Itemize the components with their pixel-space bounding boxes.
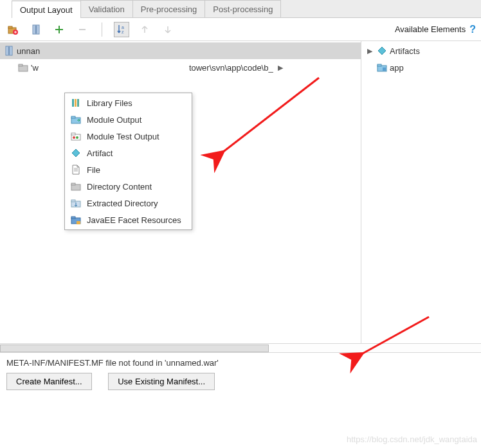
- svg-rect-29: [77, 221, 80, 224]
- new-archive-button[interactable]: [28, 22, 44, 37]
- tree-root-label: unnan: [17, 46, 40, 56]
- svg-rect-17: [71, 116, 75, 118]
- artifacts-label: Artifacts: [390, 46, 420, 56]
- popup-label: Directory Content: [87, 182, 152, 192]
- svg-text:a: a: [122, 25, 124, 30]
- archive-icon: [4, 46, 14, 56]
- svg-rect-24: [71, 183, 75, 185]
- tab-label: Pre-processing: [141, 4, 197, 14]
- manifest-panel: META-INF/MANIFEST.MF file not found in '…: [0, 352, 481, 395]
- popup-label: JavaEE Facet Resources: [87, 215, 181, 225]
- popup-label: Module Test Output: [87, 132, 159, 141]
- svg-rect-14: [75, 99, 77, 107]
- popup-item-library-files[interactable]: Library Files: [65, 94, 192, 111]
- chevron-right-icon: ▶: [276, 64, 285, 72]
- extracted-dir-icon: [70, 198, 82, 208]
- app-label: app: [390, 63, 404, 73]
- folder-icon: [18, 62, 28, 73]
- manifest-warning-message: META-INF/MANIFEST.MF file not found in '…: [6, 358, 475, 368]
- artifact-icon: [70, 148, 82, 158]
- remove-button: [75, 22, 90, 37]
- remove-icon: [77, 24, 87, 35]
- archive-icon: [31, 24, 41, 35]
- tab-label: Output Layout: [20, 5, 73, 15]
- popup-label: Artifact: [87, 148, 113, 158]
- svg-text:z: z: [122, 30, 124, 34]
- tree-row-artifacts[interactable]: ▶ Artifacts: [361, 42, 481, 59]
- svg-rect-11: [377, 64, 381, 66]
- svg-marker-22: [72, 149, 80, 157]
- popup-item-file[interactable]: File: [65, 161, 192, 178]
- tree-row-child[interactable]: 'w tower\svn\app\code\b_ ▶: [0, 59, 361, 76]
- module-folder-icon: [377, 62, 387, 73]
- svg-rect-1: [8, 26, 12, 28]
- folder-icon: [70, 181, 82, 192]
- svg-rect-26: [71, 200, 75, 202]
- create-manifest-button[interactable]: Create Manifest...: [6, 373, 92, 390]
- tree-row-root[interactable]: unnan: [0, 42, 361, 59]
- module-test-output-icon: [70, 131, 82, 141]
- add-content-popup: Library Files Module Output Module Test …: [64, 93, 192, 230]
- arrow-down-icon: [163, 24, 173, 35]
- tab-label: Validation: [89, 4, 125, 14]
- module-output-icon: [70, 114, 82, 125]
- output-layout-tree[interactable]: unnan 'w tower\svn\app\code\b_ ▶: [0, 41, 361, 77]
- svg-rect-19: [71, 133, 75, 135]
- tab-label: Post-processing: [213, 4, 273, 14]
- tree-row-app[interactable]: app: [361, 59, 481, 76]
- svg-rect-13: [72, 99, 74, 107]
- svg-marker-9: [378, 47, 386, 55]
- tab-post-processing[interactable]: Post-processing: [204, 0, 281, 17]
- popup-item-module-test-output[interactable]: Module Test Output: [65, 128, 192, 145]
- svg-rect-28: [71, 217, 75, 219]
- tab-pre-processing[interactable]: Pre-processing: [132, 0, 205, 17]
- popup-item-javaee-facet[interactable]: JavaEE Facet Resources: [65, 211, 192, 228]
- popup-label: Module Output: [87, 115, 141, 125]
- toolbar: az Available Elements ?: [0, 18, 481, 41]
- main-area: unnan 'w tower\svn\app\code\b_ ▶ ▶ Artif…: [0, 41, 481, 343]
- popup-item-directory-content[interactable]: Directory Content: [65, 178, 192, 195]
- tab-output-layout[interactable]: Output Layout: [12, 1, 81, 18]
- tab-validation[interactable]: Validation: [80, 0, 133, 17]
- horizontal-scrollbar[interactable]: [0, 343, 481, 352]
- tree-child-path: tower\svn\app\code\b_: [189, 63, 273, 73]
- svg-point-20: [73, 136, 75, 139]
- chevron-right-icon[interactable]: ▶: [365, 47, 374, 55]
- tree-child-prefix: 'w: [31, 63, 39, 73]
- add-icon: [54, 24, 64, 35]
- svg-point-21: [76, 136, 78, 139]
- move-up-button: [137, 22, 152, 37]
- tabs-bar: Output Layout Validation Pre-processing …: [12, 0, 481, 18]
- toolbar-separator: [102, 22, 102, 37]
- sort-az-icon: az: [116, 24, 127, 35]
- new-folder-icon: [8, 24, 18, 35]
- sort-button[interactable]: az: [114, 22, 129, 37]
- scrollbar-thumb[interactable]: [0, 345, 269, 352]
- button-label: Use Existing Manifest...: [118, 377, 205, 386]
- file-icon: [70, 165, 82, 175]
- popup-item-artifact[interactable]: Artifact: [65, 145, 192, 161]
- popup-label: File: [87, 165, 100, 175]
- artifact-icon: [377, 46, 387, 56]
- new-folder-button[interactable]: [5, 22, 21, 37]
- watermark: https://blog.csdn.net/jdk_wangtaida: [347, 435, 477, 444]
- svg-rect-8: [19, 64, 23, 66]
- popup-item-module-output[interactable]: Module Output: [65, 111, 192, 128]
- add-button[interactable]: [51, 22, 67, 37]
- popup-label: Library Files: [87, 98, 132, 108]
- popup-item-extracted-directory[interactable]: Extracted Directory: [65, 195, 192, 211]
- svg-rect-15: [77, 99, 79, 107]
- button-label: Create Manifest...: [16, 377, 82, 386]
- arrow-up-icon: [140, 24, 150, 35]
- use-existing-manifest-button[interactable]: Use Existing Manifest...: [108, 373, 215, 390]
- available-elements-pane: ▶ Artifacts app: [361, 41, 481, 343]
- available-elements-label: Available Elements: [395, 24, 466, 34]
- move-down-button: [160, 22, 176, 37]
- library-icon: [70, 98, 82, 108]
- svg-rect-12: [383, 67, 386, 71]
- available-elements-tree[interactable]: ▶ Artifacts app: [361, 41, 481, 77]
- javaee-facet-icon: [70, 215, 82, 225]
- popup-label: Extracted Directory: [87, 199, 158, 208]
- help-icon[interactable]: ?: [469, 24, 476, 35]
